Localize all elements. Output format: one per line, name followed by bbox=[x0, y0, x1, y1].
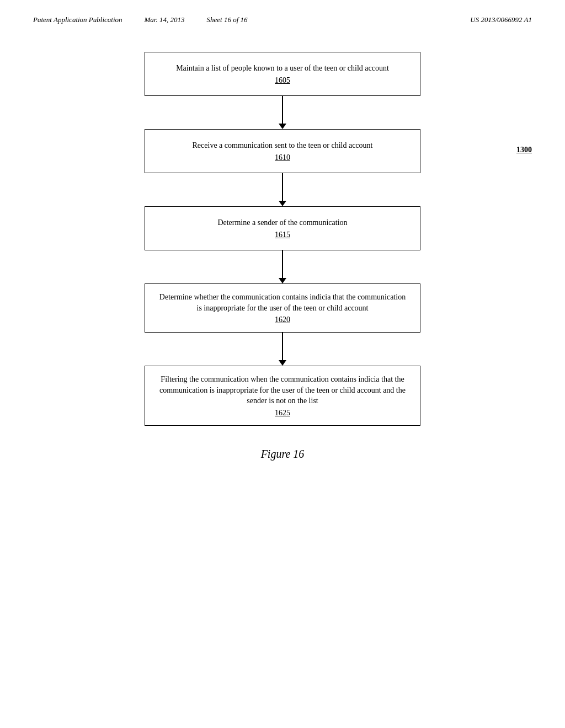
flow-box-1605-id: 1605 bbox=[275, 76, 290, 85]
arrow-2 bbox=[279, 173, 286, 206]
flow-box-1625-id: 1625 bbox=[275, 409, 290, 417]
flow-box-1615-text: Determine a sender of the communication bbox=[217, 217, 347, 228]
flow-box-1610-text: Receive a communication sent to the teen… bbox=[193, 140, 373, 151]
arrow-3 bbox=[279, 250, 286, 283]
flow-box-1615: Determine a sender of the communication … bbox=[145, 206, 420, 250]
patent-number-label: US 2013/0066992 A1 bbox=[470, 15, 532, 24]
diagram-label-1300: 1300 bbox=[516, 146, 532, 154]
sheet-label: Sheet 16 of 16 bbox=[206, 15, 247, 24]
arrow-4 bbox=[279, 333, 286, 366]
flow-box-1605-text: Maintain a list of people known to a use… bbox=[176, 63, 389, 74]
date-label: Mar. 14, 2013 bbox=[145, 15, 185, 24]
flow-box-1620-id: 1620 bbox=[275, 315, 290, 324]
flow-box-1610-id: 1610 bbox=[275, 153, 290, 162]
flow-box-1610: Receive a communication sent to the teen… bbox=[145, 129, 420, 173]
flow-box-1620: Determine whether the communication cont… bbox=[145, 283, 420, 333]
figure-label: Figure 16 bbox=[261, 448, 305, 461]
flow-box-1620-text: Determine whether the communication cont… bbox=[156, 292, 409, 313]
flow-box-1615-id: 1615 bbox=[275, 231, 290, 239]
arrow-1 bbox=[279, 96, 286, 129]
page-header: Patent Application Publication Mar. 14, … bbox=[0, 0, 565, 24]
flow-box-1605: Maintain a list of people known to a use… bbox=[145, 52, 420, 96]
diagram-container: 1300 Maintain a list of people known to … bbox=[0, 24, 565, 483]
publication-type-label: Patent Application Publication bbox=[33, 15, 122, 24]
flow-box-1625-text: Filtering the communication when the com… bbox=[156, 374, 409, 406]
flow-box-1625: Filtering the communication when the com… bbox=[145, 366, 420, 426]
